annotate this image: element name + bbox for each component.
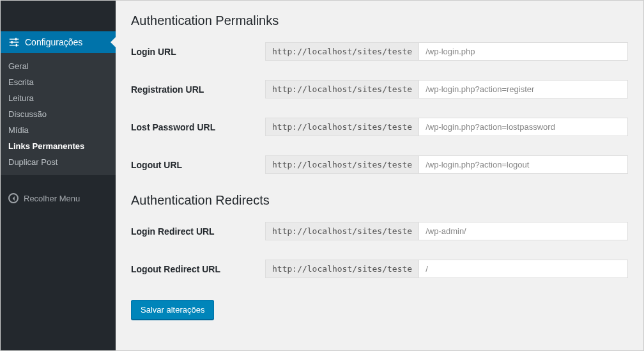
sidebar-sub-midia[interactable]: Mídia — [1, 122, 116, 138]
svg-rect-2 — [10, 45, 19, 45]
url-prefix: http://localhost/sites/teste — [265, 260, 419, 278]
admin-sidebar: Configurações Geral Escrita Leitura Disc… — [1, 1, 116, 350]
sidebar-item-label: Configurações — [25, 37, 82, 47]
sidebar-sub-leitura[interactable]: Leitura — [1, 90, 116, 106]
svg-rect-5 — [16, 44, 17, 47]
field-row-lost-password-url: Lost Password URL http://localhost/sites… — [131, 118, 628, 136]
field-input-group: http://localhost/sites/teste — [265, 260, 628, 278]
sidebar-sub-geral[interactable]: Geral — [1, 58, 116, 74]
main-content: Authentication Permalinks Login URL http… — [116, 1, 643, 350]
field-label: Registration URL — [131, 84, 265, 95]
field-label: Logout Redirect URL — [131, 264, 265, 274]
sidebar-sub-links-permanentes[interactable]: Links Permanentes — [1, 138, 116, 154]
field-label: Login URL — [131, 47, 265, 57]
svg-rect-1 — [10, 42, 19, 42]
field-label: Lost Password URL — [131, 122, 265, 132]
settings-icon — [8, 36, 20, 48]
sidebar-sub-duplicar-post[interactable]: Duplicar Post — [1, 154, 116, 170]
field-input-group: http://localhost/sites/teste — [265, 80, 628, 98]
field-label: Logout URL — [131, 160, 265, 170]
sidebar-submenu: Geral Escrita Leitura Discussão Mídia Li… — [1, 53, 116, 175]
app-frame: Configurações Geral Escrita Leitura Disc… — [0, 0, 644, 351]
svg-rect-3 — [15, 38, 17, 40]
url-prefix: http://localhost/sites/teste — [265, 118, 419, 136]
sidebar-item-settings[interactable]: Configurações — [1, 31, 116, 53]
logout-redirect-url-input[interactable] — [419, 260, 628, 278]
sidebar-top-space — [1, 1, 116, 31]
lost-password-url-input[interactable] — [419, 118, 628, 136]
field-row-login-url: Login URL http://localhost/sites/teste — [131, 42, 628, 61]
sidebar-sub-escrita[interactable]: Escrita — [1, 74, 116, 90]
collapse-icon — [8, 193, 19, 203]
sidebar-collapse-button[interactable]: Recolher Menu — [1, 188, 116, 208]
login-redirect-url-input[interactable] — [419, 222, 628, 240]
url-prefix: http://localhost/sites/teste — [265, 42, 419, 61]
url-prefix: http://localhost/sites/teste — [265, 80, 419, 98]
svg-rect-0 — [10, 39, 19, 40]
url-prefix: http://localhost/sites/teste — [265, 222, 419, 240]
login-url-input[interactable] — [419, 42, 628, 61]
field-input-group: http://localhost/sites/teste — [265, 118, 628, 136]
field-input-group: http://localhost/sites/teste — [265, 155, 628, 174]
field-input-group: http://localhost/sites/teste — [265, 42, 628, 61]
svg-rect-4 — [12, 41, 13, 43]
field-row-logout-url: Logout URL http://localhost/sites/teste — [131, 155, 628, 174]
field-row-registration-url: Registration URL http://localhost/sites/… — [131, 80, 628, 98]
section-title-auth-redirects: Authentication Redirects — [131, 193, 628, 208]
registration-url-input[interactable] — [419, 80, 628, 98]
sidebar-sub-discussao[interactable]: Discussão — [1, 106, 116, 122]
url-prefix: http://localhost/sites/teste — [265, 155, 419, 174]
logout-url-input[interactable] — [419, 155, 628, 174]
save-button[interactable]: Salvar alterações — [131, 300, 214, 320]
section-title-auth-permalinks: Authentication Permalinks — [131, 13, 628, 28]
field-row-login-redirect-url: Login Redirect URL http://localhost/site… — [131, 222, 628, 240]
field-input-group: http://localhost/sites/teste — [265, 222, 628, 240]
field-label: Login Redirect URL — [131, 226, 265, 237]
field-row-logout-redirect-url: Logout Redirect URL http://localhost/sit… — [131, 260, 628, 278]
collapse-label: Recolher Menu — [24, 194, 80, 203]
